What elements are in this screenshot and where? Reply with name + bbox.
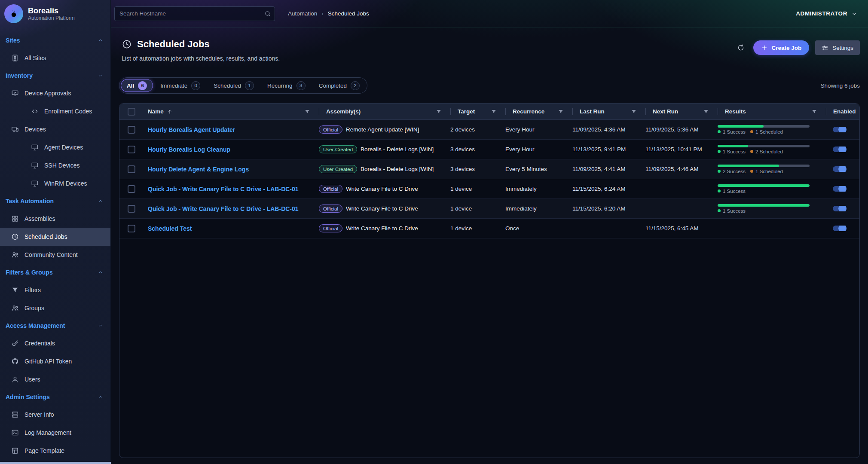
table-row[interactable]: Hourly Borealis Log Cleanup User-Created…	[119, 140, 859, 159]
cell-next-run: 11/13/2025, 10:41 PM	[641, 146, 713, 153]
table-row[interactable]: Hourly Delete Agent & Engine Logs User-C…	[119, 159, 859, 179]
breadcrumb-automation[interactable]: Automation	[288, 10, 317, 17]
job-name-link[interactable]: Hourly Borealis Agent Updater	[148, 126, 235, 133]
assembly-name: Borealis - Delete Logs [WIN]	[361, 166, 434, 172]
sidebar-item-log-management[interactable]: Log Management	[0, 424, 110, 442]
sidebar-item-scheduled-jobs[interactable]: Scheduled Jobs	[0, 228, 110, 246]
enabled-toggle[interactable]	[833, 166, 846, 172]
sidebar-item-winrm-devices[interactable]: WinRM Devices	[0, 174, 110, 192]
create-job-button[interactable]: Create Job	[753, 40, 809, 55]
table-row[interactable]: Quick Job - Write Canary File to C Drive…	[119, 179, 859, 199]
sidebar-item-github-api-token[interactable]: GitHub API Token	[0, 352, 110, 370]
tab-count-badge: 1	[245, 81, 254, 90]
enabled-toggle[interactable]	[833, 186, 846, 192]
job-name-link[interactable]: Quick Job - Write Canary File to C Drive…	[148, 205, 299, 212]
sidebar-item-all-sites[interactable]: All Sites	[0, 49, 110, 67]
sidebar-item-community-content[interactable]: Community Content	[0, 246, 110, 264]
results-cell: 1 Success	[713, 184, 822, 194]
filter-icon[interactable]	[811, 109, 817, 115]
scheduled-dot-icon	[750, 170, 753, 173]
tab-scheduled[interactable]: Scheduled 1	[208, 79, 260, 92]
chevron-up-icon	[98, 37, 104, 43]
tab-count-badge: 6	[138, 81, 147, 90]
search-icon	[264, 10, 271, 17]
assembly-name: Write Canary File to C Drive	[346, 186, 418, 192]
people-icon	[11, 251, 19, 259]
sidebar-item-groups[interactable]: Groups	[0, 299, 110, 317]
sidebar-item-users[interactable]: Users	[0, 370, 110, 388]
tab-all[interactable]: All 6	[121, 79, 153, 92]
enabled-toggle[interactable]	[833, 127, 846, 132]
results-bar	[718, 145, 810, 147]
row-checkbox[interactable]	[128, 205, 135, 213]
sidebar-section-sites[interactable]: Sites	[0, 32, 110, 49]
tab-completed[interactable]: Completed 2	[313, 79, 366, 92]
tab-count-badge: 2	[351, 81, 360, 90]
sidebar-item-page-template[interactable]: Page Template	[0, 442, 110, 460]
assembly-name: Write Canary File to C Drive	[346, 205, 418, 212]
sidebar-item-server-info[interactable]: Server Info	[0, 406, 110, 424]
sidebar-section-task-automation[interactable]: Task Automation	[0, 192, 110, 210]
assembly-badge: Official	[319, 125, 342, 134]
filter-icon[interactable]	[491, 109, 497, 115]
row-checkbox[interactable]	[128, 185, 135, 193]
tab-recurring[interactable]: Recurring 3	[261, 79, 312, 92]
filter-icon[interactable]	[304, 109, 310, 115]
assembly-badge: User-Created	[319, 145, 357, 153]
page-subtitle: List of automation jobs with schedules, …	[122, 55, 280, 62]
job-name-link[interactable]: Scheduled Test	[148, 225, 192, 232]
job-name-link[interactable]: Hourly Borealis Log Cleanup	[148, 146, 230, 153]
filter-icon[interactable]	[703, 109, 709, 115]
settings-button[interactable]: Settings	[815, 40, 860, 55]
enabled-toggle[interactable]	[833, 226, 846, 231]
filter-icon[interactable]	[631, 109, 637, 115]
results-cell: 1 Success 1 Scheduled	[713, 125, 822, 134]
sidebar-section-inventory[interactable]: Inventory	[0, 67, 110, 84]
job-name-link[interactable]: Hourly Delete Agent & Engine Logs	[148, 166, 249, 173]
sidebar-section-filters-groups[interactable]: Filters & Groups	[0, 264, 110, 281]
col-last-run: Last Run	[568, 104, 641, 119]
filter-icon[interactable]	[558, 109, 564, 115]
results-cell: 2 Success 1 Scheduled	[713, 165, 822, 174]
sidebar-item-assemblies[interactable]: Assemblies	[0, 210, 110, 228]
assembly-name: Write Canary File to C Drive	[346, 225, 418, 232]
table-row[interactable]: Quick Job - Write Canary File to C Drive…	[119, 199, 859, 219]
tab-count-badge: 3	[296, 81, 306, 90]
sidebar-item-device-approvals[interactable]: Device Approvals	[0, 84, 110, 102]
row-checkbox[interactable]	[128, 165, 135, 173]
row-checkbox[interactable]	[128, 126, 135, 134]
select-all-cell	[119, 104, 144, 119]
chevron-up-icon	[98, 73, 104, 79]
sidebar-item-filters[interactable]: Filters	[0, 281, 110, 299]
sidebar-section-access-management[interactable]: Access Management	[0, 317, 110, 334]
sidebar-item-enrollment-codes[interactable]: Enrollment Codes	[0, 102, 110, 120]
job-name-link[interactable]: Quick Job - Write Canary File to C Drive…	[148, 186, 299, 192]
table-row[interactable]: Scheduled Test Official Write Canary Fil…	[119, 219, 859, 238]
search-input[interactable]	[114, 6, 275, 21]
sidebar-section-admin-settings[interactable]: Admin Settings	[0, 388, 110, 406]
enabled-toggle[interactable]	[833, 206, 846, 211]
tab-immediate[interactable]: Immediate 0	[154, 79, 206, 92]
sidebar-item-ssh-devices[interactable]: SSH Devices	[0, 156, 110, 174]
user-icon	[11, 375, 19, 383]
cell-target: 1 device	[446, 186, 501, 192]
topbar: Automation › Scheduled Jobs ADMINISTRATO…	[111, 0, 868, 27]
user-menu[interactable]: ADMINISTRATOR	[796, 10, 858, 17]
row-checkbox[interactable]	[128, 146, 135, 153]
success-dot-icon	[718, 170, 721, 173]
filter-icon[interactable]	[436, 109, 442, 115]
success-dot-icon	[718, 130, 721, 133]
sidebar-item-agent-devices[interactable]: Agent Devices	[0, 138, 110, 156]
row-checkbox[interactable]	[128, 225, 135, 232]
table-row[interactable]: Hourly Borealis Agent Updater Official R…	[119, 120, 859, 140]
enabled-toggle[interactable]	[833, 147, 846, 152]
refresh-button[interactable]	[734, 41, 747, 54]
terminal-icon	[11, 429, 19, 437]
sort-asc-icon[interactable]	[167, 109, 173, 115]
people-icon	[11, 304, 19, 312]
chevron-up-icon	[98, 198, 104, 204]
sidebar-item-credentials[interactable]: Credentials	[0, 334, 110, 352]
sidebar-item-devices[interactable]: Devices	[0, 120, 110, 138]
select-all-checkbox[interactable]	[128, 108, 135, 116]
github-icon	[11, 357, 19, 365]
